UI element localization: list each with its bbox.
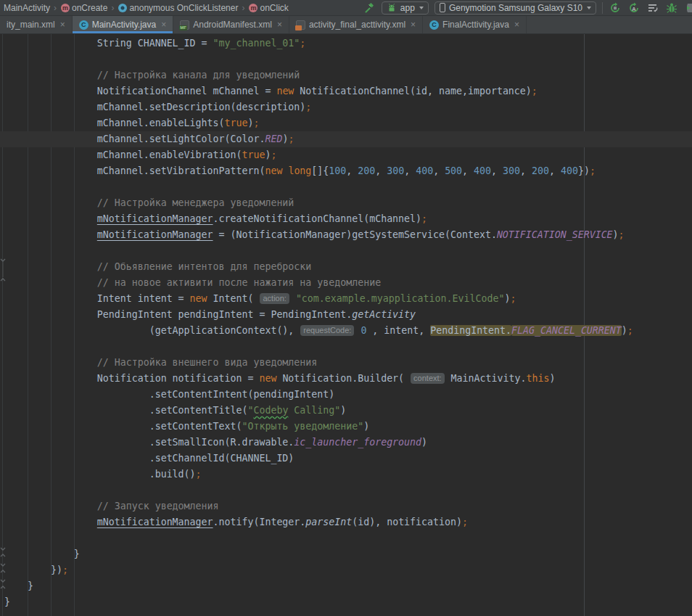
code-line[interactable]: mChannel.enableVibration(true); [0,147,692,163]
code-line[interactable]: mChannel.setDescription(description); [0,99,692,115]
code-token: // Обьявление интентов для переброски [97,261,312,272]
code-line[interactable]: (getApplicationContext(), requestCode: 0… [0,323,692,339]
code-line[interactable] [0,243,692,259]
code-token: 300 [387,165,404,176]
code-line[interactable]: .build(); [0,467,692,482]
tab-close-icon[interactable]: × [514,20,519,30]
code-line[interactable]: .setContentTitle("Codeby Calling") [0,403,692,419]
code-line[interactable]: Notification notification = new Notifica… [0,371,692,387]
tab-close-icon[interactable]: × [277,20,282,30]
code-line[interactable]: PendingIntent pendingIntent = PendingInt… [0,307,692,323]
code-token: // Настройка канала для уведомлений [97,70,300,81]
code-line[interactable]: .setContentText("Открыть уведомление") [0,419,692,435]
code-token: 400 [474,165,491,176]
code-token: mChannel.setLightColor(Color. [97,134,265,144]
tab-mainactivity-java[interactable]: CMainActivity.java× [73,16,174,33]
code-token: NOTIFICATION_SERVICE [497,229,613,240]
code-token: = (NotificationManager)getSystemService(… [213,229,497,240]
main-toolbar: MainActivity›monCreate›anonymous OnClick… [0,0,692,16]
svg-text:A: A [632,5,636,12]
code-token: ) [421,437,427,448]
breadcrumb-item[interactable]: onCreate [72,3,107,13]
code-line[interactable]: } [0,546,692,562]
tab-androidmanifest-xml[interactable]: MFAndroidManifest.xml× [173,16,289,33]
code-token: // Запуск уведомления [97,501,219,512]
method-icon: m [249,4,258,12]
code-line[interactable]: mNotificationManager = (NotificationMana… [0,227,692,243]
code-token: Calling" [288,405,340,416]
toolbar-separator [602,2,603,14]
tab-close-icon[interactable]: × [411,20,416,30]
code-token: , [549,165,561,176]
code-token: ; [627,325,633,336]
breadcrumb-item[interactable]: anonymous OnClickListener [129,3,238,13]
code-line[interactable] [0,530,692,546]
code-token: ) [340,405,346,416]
code-token: NotificationChannel(id, name,importance) [294,86,531,96]
code-area[interactable]: String CHANNEL_ID = "my_channel_01"; // … [0,36,692,610]
code-line[interactable]: // на новое активити после нажатия на ув… [0,275,692,291]
code-line[interactable] [0,179,692,195]
code-line[interactable]: .setChannelId(CHANNEL_ID) [0,451,692,467]
code-token: RED [265,134,282,144]
apply-changes-icon[interactable] [609,1,622,15]
code-line[interactable] [0,339,692,355]
code-token: ; [590,165,596,176]
code-line[interactable]: mChannel.setLightColor(Color.RED); [0,131,692,147]
code-line[interactable] [0,482,692,498]
code-token: ) [549,373,555,384]
code-token: , [433,165,445,176]
code-line[interactable]: mNotificationManager.createNotificationC… [0,211,692,227]
breadcrumb-item[interactable]: MainActivity [4,3,50,13]
code-token: .notify(Integer. [213,517,306,527]
code-token: .setContentIntent(pendingIntent) [149,389,335,400]
code-line[interactable]: } [0,578,692,594]
breadcrumb: MainActivity›monCreate›anonymous OnClick… [0,0,363,16]
code-token: ; [421,213,427,224]
tab-ity-main-xml[interactable]: ity_main.xml× [0,16,73,33]
tab-close-icon[interactable]: × [60,20,65,30]
code-line[interactable] [0,52,692,67]
code-token: .setContentTitle( [149,405,248,416]
code-token: String CHANNEL_ID = [97,38,213,49]
breadcrumb-item[interactable]: onClick [260,3,288,13]
tab-close-icon[interactable]: × [161,20,166,30]
tab-activity-final-acttivity-xml[interactable]: activity_final_acttivity.xml× [289,16,423,33]
profiler-icon[interactable] [646,1,659,15]
layout-xml-file-icon [296,20,305,30]
code-token: (getApplicationContext(), [149,325,300,336]
code-line[interactable]: .setContentIntent(pendingIntent) [0,387,692,403]
tab-label: ity_main.xml [7,20,55,30]
code-line[interactable]: }); [0,562,692,578]
code-token: mChannel.setVibrationPattern( [97,165,265,176]
code-line[interactable]: mChannel.setVibrationPattern(new long[]{… [0,163,692,179]
build-hammer-icon[interactable] [363,1,376,15]
code-line[interactable]: String CHANNEL_ID = "my_channel_01"; [0,36,692,52]
attach-debugger-icon[interactable] [684,1,692,15]
code-token: mChannel.setDescription(description) [97,102,306,112]
code-token: Notification.Builder( [276,373,410,384]
code-line[interactable]: // Обьявление интентов для переброски [0,259,692,275]
code-line[interactable]: // Запуск уведомления [0,498,692,514]
code-line[interactable]: mNotificationManager.notify(Integer.pars… [0,514,692,530]
code-editor: String CHANNEL_ID = "my_channel_01"; // … [0,34,692,616]
code-token: ; [619,229,625,240]
code-line[interactable]: // Настройка менеджера уведомлений [0,195,692,211]
class-icon: C [429,20,439,30]
apply-code-changes-icon[interactable]: A [627,1,640,15]
code-line[interactable]: mChannel.enableLights(true); [0,115,692,131]
tab-finalacttivity-java[interactable]: CFinalActtivity.java× [423,16,527,33]
code-token: Intent( [207,293,260,304]
code-token: mChannel.enableLights( [97,118,225,128]
run-configuration-select[interactable]: app [382,1,429,15]
code-token: ; [62,564,68,575]
debug-icon[interactable] [665,1,678,15]
code-line[interactable]: // Настройка канала для уведомлений [0,67,692,83]
code-line[interactable]: NotificationChannel mChannel = new Notif… [0,83,692,99]
code-line[interactable]: Intent intent = new Intent( action: "com… [0,291,692,307]
parameter-hint: requestCode: [300,325,354,336]
code-line[interactable]: } [0,594,692,610]
device-select[interactable]: Genymotion Samsung Galaxy S10 [434,1,596,15]
code-line[interactable]: .setSmallIcon(R.drawable.ic_launcher_for… [0,435,692,451]
code-line[interactable]: // Настройка внешнего вида уведомления [0,355,692,371]
